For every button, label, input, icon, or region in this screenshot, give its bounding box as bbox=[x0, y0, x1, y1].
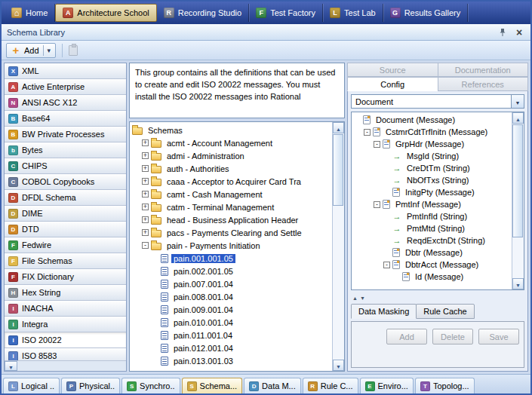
tree-row[interactable]: Dbtr (Message) bbox=[354, 246, 512, 259]
action-button[interactable]: Delete bbox=[432, 329, 473, 344]
schema-type-item[interactable]: Integra bbox=[5, 317, 126, 332]
tree-expander-icon[interactable] bbox=[142, 139, 149, 146]
schema-type-item[interactable]: ISO 20022 bbox=[5, 332, 126, 348]
tree-row[interactable]: pain - Payments Initiation bbox=[132, 239, 332, 252]
sidebar-scroll-down-icon[interactable] bbox=[5, 361, 17, 371]
tree-row[interactable]: pain.010.001.04 bbox=[132, 316, 332, 329]
tree-row[interactable]: auth - Authorities bbox=[132, 162, 332, 175]
tree-row[interactable]: InitgPty (Message) bbox=[354, 186, 512, 198]
action-button[interactable]: Add bbox=[386, 329, 427, 344]
schema-type-item[interactable]: DTD bbox=[5, 222, 126, 237]
document-tab[interactable]: Rule C... bbox=[303, 378, 358, 393]
perspective-tab[interactable]: Architecture School bbox=[55, 4, 156, 22]
schema-type-item[interactable]: ISO 8583 bbox=[5, 348, 126, 360]
collapse-down-icon[interactable] bbox=[360, 293, 365, 302]
schema-type-item[interactable]: ANSI ASC X12 bbox=[5, 95, 126, 111]
document-tab[interactable]: Topolog... bbox=[415, 378, 475, 393]
document-select[interactable]: Document bbox=[351, 94, 524, 109]
tree-expander-icon[interactable] bbox=[142, 178, 149, 185]
detail-tab[interactable]: Config bbox=[347, 77, 438, 91]
detail-tab[interactable]: Documentation bbox=[438, 63, 529, 77]
combo-dropdown-icon[interactable] bbox=[511, 95, 524, 108]
perspective-tab[interactable]: Recording Studio bbox=[157, 4, 249, 22]
scroll-up-icon[interactable] bbox=[512, 112, 524, 124]
perspective-tab[interactable]: Home bbox=[5, 4, 55, 22]
schema-type-item[interactable]: Bytes bbox=[5, 142, 126, 158]
document-tab[interactable]: Schema... bbox=[182, 378, 243, 393]
scroll-down-icon[interactable] bbox=[333, 360, 344, 371]
tree-row[interactable]: pain.002.001.05 bbox=[132, 265, 332, 277]
tree-row[interactable]: head - Business Application Header bbox=[132, 213, 332, 226]
tree-row[interactable]: pain.009.001.04 bbox=[132, 303, 332, 316]
tree-expander-icon[interactable] bbox=[142, 229, 149, 236]
schema-type-item[interactable]: Fedwire bbox=[5, 237, 126, 253]
tree-row[interactable]: Id (Message) bbox=[354, 271, 512, 283]
tree-row[interactable]: pain.012.001.04 bbox=[132, 341, 332, 354]
scroll-down-icon[interactable] bbox=[512, 278, 524, 289]
tree-row[interactable]: MsgId (String) bbox=[354, 150, 512, 162]
scrollbar-thumb[interactable] bbox=[333, 134, 343, 206]
perspective-tab[interactable]: Test Factory bbox=[249, 4, 323, 22]
tree-row[interactable]: admi - Administration bbox=[132, 149, 332, 162]
document-tab[interactable]: Physical.. bbox=[61, 378, 120, 393]
tree-expander-icon[interactable] bbox=[374, 201, 380, 208]
tree-row[interactable]: acmt - Account Management bbox=[132, 136, 332, 149]
tree-row[interactable]: PmtMtd (String) bbox=[354, 222, 512, 234]
tree-row[interactable]: DbtrAcct (Message) bbox=[354, 259, 512, 271]
schema-type-item[interactable]: File Schemas bbox=[5, 253, 126, 269]
tree-expander-icon[interactable] bbox=[142, 152, 149, 159]
document-tab[interactable]: Enviro... bbox=[360, 378, 414, 393]
tree-row[interactable]: CreDtTm (String) bbox=[354, 162, 512, 174]
pin-icon[interactable] bbox=[497, 26, 509, 38]
perspective-tab[interactable]: Results Gallery bbox=[383, 4, 469, 22]
config-tree-scrollbar[interactable] bbox=[512, 112, 524, 289]
tree-row[interactable]: CstmrCdtTrfInitn (Message) bbox=[354, 126, 512, 138]
schema-type-item[interactable]: DIME bbox=[5, 206, 126, 222]
tree-row[interactable]: pain.007.001.04 bbox=[132, 277, 332, 290]
section-tab[interactable]: Rule Cache bbox=[416, 304, 474, 319]
tree-row[interactable]: pain.013.001.03 bbox=[132, 354, 332, 367]
tree-row[interactable]: catm - Terminal Management bbox=[132, 201, 332, 213]
schema-type-item[interactable]: Active Enterprise bbox=[5, 79, 126, 95]
schema-type-item[interactable]: Base64 bbox=[5, 111, 126, 127]
tree-row[interactable]: camt - Cash Management bbox=[132, 188, 332, 201]
tree-row[interactable]: pain.001.001.05 bbox=[132, 252, 332, 265]
tree-row[interactable]: pain.008.001.04 bbox=[132, 290, 332, 303]
schema-type-item[interactable]: FIX Dictionary bbox=[5, 269, 126, 285]
detail-tab[interactable]: Source bbox=[347, 63, 438, 77]
scrollbar-thumb[interactable] bbox=[512, 124, 523, 237]
schema-type-item[interactable]: COBOL Copybooks bbox=[5, 174, 126, 190]
section-tab[interactable]: Data Masking bbox=[351, 304, 417, 319]
tree-row[interactable]: NbOfTxs (String) bbox=[354, 174, 512, 186]
scrollbar-track[interactable] bbox=[333, 133, 344, 360]
tree-expander-icon[interactable] bbox=[142, 165, 149, 172]
close-icon[interactable] bbox=[513, 26, 525, 38]
tree-expander-icon[interactable] bbox=[142, 191, 149, 198]
schema-type-item[interactable]: CHIPS bbox=[5, 158, 126, 174]
tree-expander-icon[interactable] bbox=[142, 242, 149, 249]
tree-row[interactable]: caaa - Acceptor to Acquirer Card Tra bbox=[132, 175, 332, 188]
tree-expander-icon[interactable] bbox=[142, 216, 149, 223]
tree-row[interactable]: GrpHdr (Message) bbox=[354, 138, 512, 150]
schema-type-item[interactable]: XML bbox=[5, 63, 126, 79]
scroll-up-icon[interactable] bbox=[333, 122, 344, 133]
tree-expander-icon[interactable] bbox=[383, 262, 390, 268]
schema-type-item[interactable]: INACHA bbox=[5, 301, 126, 317]
collapse-up-icon[interactable] bbox=[352, 293, 358, 302]
schema-type-item[interactable]: Hex String bbox=[5, 285, 126, 301]
tree-row[interactable]: Document (Message) bbox=[354, 114, 512, 126]
tree-root-row[interactable]: Schemas bbox=[132, 124, 332, 136]
schema-tree-scrollbar[interactable] bbox=[332, 122, 344, 371]
tree-expander-icon[interactable] bbox=[374, 141, 380, 148]
tree-row[interactable]: pain.011.001.04 bbox=[132, 329, 332, 341]
document-tab[interactable]: Synchro.. bbox=[121, 378, 180, 393]
scrollbar-track[interactable] bbox=[512, 124, 524, 278]
add-button[interactable]: Add bbox=[6, 43, 56, 58]
tree-row[interactable]: ReqdExctnDt (String) bbox=[354, 234, 512, 246]
chevron-down-icon[interactable] bbox=[43, 45, 51, 56]
tree-expander-icon[interactable] bbox=[364, 129, 371, 136]
schema-type-item[interactable]: BW Private Processes bbox=[5, 127, 126, 142]
splitter[interactable] bbox=[351, 293, 524, 301]
schema-type-item[interactable]: DFDL Schema bbox=[5, 190, 126, 206]
perspective-tab[interactable]: Test Lab bbox=[323, 4, 383, 22]
